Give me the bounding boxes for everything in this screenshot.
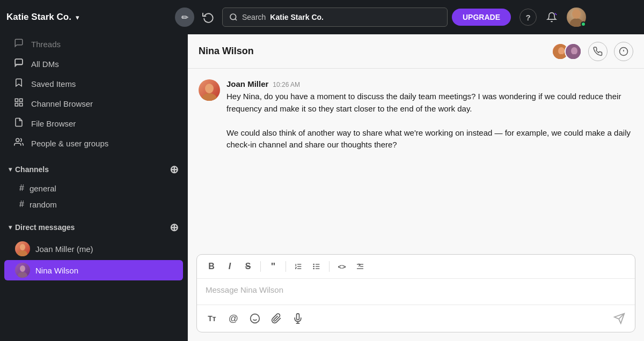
add-dm-button[interactable]: ⊕: [170, 221, 179, 234]
channel-random[interactable]: # random: [4, 197, 183, 212]
people-icon: [13, 137, 25, 150]
help-button[interactable]: ?: [519, 9, 537, 26]
threads-label: Threads: [31, 40, 61, 49]
workspace-name[interactable]: Katie Stark Co.: [6, 12, 71, 23]
upgrade-button[interactable]: UPGRADE: [452, 9, 511, 26]
message-text: Hey Nina, do you have a moment to discus…: [226, 91, 633, 151]
channel-browser-label: Channel Browser: [31, 99, 93, 108]
channels-section-header[interactable]: ▾ Channels ⊕: [0, 159, 187, 180]
search-workspace-label: Katie Stark Co.: [270, 13, 324, 21]
separator: [329, 261, 330, 272]
svg-point-12: [20, 244, 25, 250]
message-row: Joan Miller 10:26 AM Hey Nina, do you ha…: [199, 79, 633, 151]
svg-point-25: [205, 84, 214, 93]
channel-browser-icon: [13, 98, 25, 110]
search-bar[interactable]: Search Katie Stark Co.: [222, 8, 448, 27]
participant-avatar-nina: [565, 43, 582, 60]
strikethrough-button[interactable]: S: [240, 259, 256, 274]
channels-chevron-icon: ▾: [9, 166, 12, 173]
messages-area: Joan Miller 10:26 AM Hey Nina, do you ha…: [188, 69, 644, 254]
history-button[interactable]: [199, 8, 218, 27]
edit-icon: ✏: [181, 12, 188, 23]
svg-rect-6: [15, 59, 23, 64]
message-header: Joan Miller 10:26 AM: [226, 79, 633, 88]
text-format-button[interactable]: Tт: [203, 310, 221, 327]
mention-button[interactable]: @: [225, 310, 242, 327]
add-channel-button[interactable]: ⊕: [170, 163, 179, 176]
unordered-list-button[interactable]: [309, 259, 325, 274]
info-button[interactable]: [614, 42, 633, 61]
indent-button[interactable]: [352, 259, 368, 274]
saved-icon: [13, 78, 25, 90]
people-label: People & user groups: [31, 139, 108, 148]
channel-general[interactable]: # general: [4, 181, 183, 196]
ordered-list-button[interactable]: [290, 259, 306, 274]
workspace-chevron-icon[interactable]: ▾: [76, 13, 79, 21]
topbar-icons: ?: [519, 8, 586, 27]
svg-point-11: [16, 138, 19, 142]
svg-point-33: [313, 264, 314, 264]
dm-joan[interactable]: Joan Miller (me): [4, 239, 183, 259]
dm-chevron-icon: ▾: [9, 224, 12, 231]
main-layout: Threads All DMs Saved Items Channel Brow…: [0, 34, 644, 341]
channel-name: random: [30, 200, 57, 209]
send-button[interactable]: [610, 309, 628, 328]
attach-button[interactable]: [268, 310, 285, 327]
dm-section-label: Direct messages: [15, 223, 75, 232]
separator: [260, 261, 261, 272]
hash-icon: #: [19, 199, 24, 209]
message-input[interactable]: Message Nina Wilson: [197, 279, 635, 305]
message-author-avatar: [199, 79, 220, 101]
separator: [286, 261, 286, 272]
user-avatar[interactable]: [567, 8, 586, 27]
svg-point-35: [313, 268, 314, 269]
compose-button[interactable]: ✏: [175, 8, 194, 27]
bold-button[interactable]: B: [203, 259, 219, 274]
sidebar-item-all-dms[interactable]: All DMs: [4, 55, 183, 73]
chat-title: Nina Wilson: [199, 46, 254, 57]
search-label: Search: [242, 13, 266, 21]
search-icon: [229, 13, 238, 21]
svg-point-26: [202, 93, 217, 101]
topbar: Katie Stark Co. ▾ ✏ Search Katie Stark C…: [0, 0, 644, 34]
message-time: 10:26 AM: [273, 81, 300, 88]
notifications-button[interactable]: [543, 9, 560, 26]
quote-button[interactable]: ": [265, 259, 281, 274]
phone-button[interactable]: [588, 42, 608, 61]
joan-name: Joan Miller (me): [35, 244, 93, 254]
all-dms-icon: [13, 58, 25, 70]
online-indicator: [581, 21, 586, 27]
audio-button[interactable]: [289, 310, 306, 327]
file-browser-icon: [13, 117, 25, 130]
emoji-button[interactable]: [246, 310, 264, 327]
dm-section-header[interactable]: ▾ Direct messages ⊕: [0, 217, 187, 238]
svg-rect-10: [20, 103, 23, 106]
saved-label: Saved Items: [31, 79, 76, 88]
sidebar-item-saved[interactable]: Saved Items: [4, 75, 183, 93]
code-button[interactable]: <>: [334, 259, 350, 274]
chat-area: Nina Wilson: [188, 34, 644, 341]
all-dms-label: All DMs: [31, 60, 59, 69]
dm-nina[interactable]: Nina Wilson: [4, 260, 183, 280]
italic-button[interactable]: I: [222, 259, 238, 274]
sidebar-item-file-browser[interactable]: File Browser: [4, 114, 183, 133]
svg-rect-8: [20, 99, 23, 101]
composer-placeholder: Message Nina Wilson: [206, 285, 283, 294]
svg-point-15: [18, 272, 27, 278]
composer-bottom: Tт @: [197, 305, 635, 332]
nina-avatar: [15, 263, 30, 278]
participant-avatars: [552, 43, 582, 60]
svg-point-39: [251, 314, 260, 323]
svg-point-14: [20, 265, 25, 272]
message-content: Joan Miller 10:26 AM Hey Nina, do you ha…: [226, 79, 633, 151]
sidebar-item-people[interactable]: People & user groups: [4, 134, 183, 153]
message-author: Joan Miller: [226, 79, 268, 88]
file-browser-label: File Browser: [31, 119, 76, 128]
sidebar-item-threads[interactable]: Threads: [4, 35, 183, 54]
message-composer: B I S " <> Message Nina Wilson: [196, 254, 635, 332]
hash-icon: #: [19, 183, 24, 193]
sidebar: Threads All DMs Saved Items Channel Brow…: [0, 34, 188, 341]
threads-icon: [13, 38, 25, 50]
sidebar-item-channel-browser[interactable]: Channel Browser: [4, 94, 183, 113]
nina-name: Nina Wilson: [35, 266, 78, 275]
